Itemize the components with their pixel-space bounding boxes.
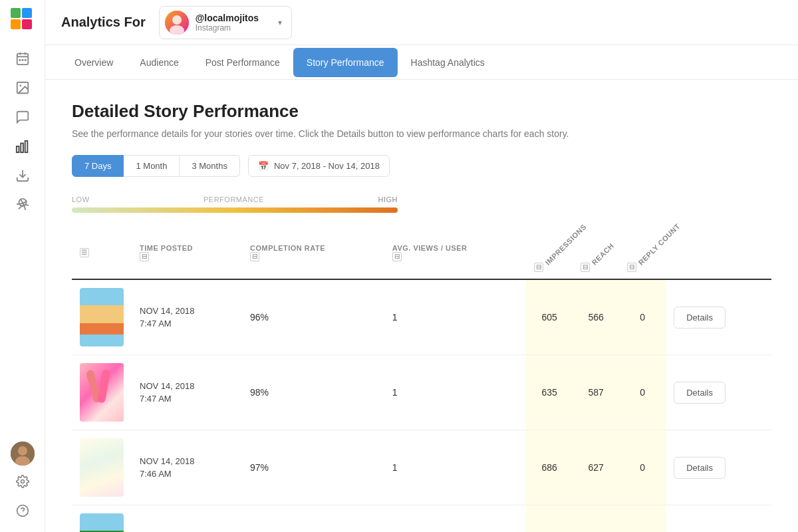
cell-thumbnail	[72, 279, 132, 355]
cell-avg-views: 1	[384, 430, 526, 505]
perf-low-label: LOW	[72, 196, 90, 203]
details-button[interactable]: Details	[674, 382, 726, 404]
sidebar	[0, 0, 45, 532]
svg-rect-6	[24, 59, 26, 61]
sort-icon-completion[interactable]: ⊟	[250, 252, 259, 261]
app-logo[interactable]	[11, 8, 35, 32]
post-date: NOV 14, 2018	[140, 455, 234, 468]
cell-details: Details	[666, 355, 771, 430]
post-time: 7:47 AM	[140, 317, 234, 331]
sort-icon-time[interactable]: ⊟	[140, 252, 149, 261]
sort-icon-thumbnail[interactable]: ☰	[80, 248, 89, 257]
cell-thumbnail	[72, 430, 132, 505]
cell-completion-rate: 98%	[242, 355, 384, 430]
svg-point-15	[18, 446, 27, 456]
details-button[interactable]: Details	[674, 457, 726, 479]
tab-story-performance[interactable]: Story Performance	[293, 48, 398, 77]
sort-icon-reply[interactable]: ⊟	[627, 263, 636, 272]
sidebar-icon-calendar[interactable]	[9, 45, 36, 72]
th-sort: ☰	[72, 226, 132, 279]
svg-rect-5	[21, 59, 23, 61]
th-details	[666, 226, 771, 279]
sidebar-icon-chart[interactable]	[9, 133, 36, 160]
cell-reply-count: 0	[619, 355, 666, 430]
table-row: NOV 14, 2018 7:47 AM 96% 1 605 566 0 Det…	[72, 279, 771, 355]
story-table: ☰ TIME POSTED ⊟ COMPLETION RATE ⊟ AVG. V…	[72, 226, 771, 532]
sidebar-icon-help[interactable]	[9, 497, 36, 524]
sidebar-icon-badge[interactable]	[9, 192, 36, 218]
cell-reach: 587	[573, 355, 619, 430]
account-selector[interactable]: @localmojitos Instagram ▾	[159, 6, 292, 39]
account-avatar	[165, 11, 189, 35]
user-avatar[interactable]	[11, 442, 35, 466]
cell-time-posted: NOV 14, 2018 7:46 AM	[132, 505, 242, 533]
sidebar-icon-download[interactable]	[9, 162, 36, 189]
svg-point-21	[172, 15, 182, 25]
cell-thumbnail	[72, 505, 132, 533]
filter-3months[interactable]: 3 Months	[180, 155, 239, 177]
th-time-posted: TIME POSTED ⊟	[132, 226, 242, 279]
tab-overview[interactable]: Overview	[61, 48, 126, 77]
post-date: NOV 14, 2018	[140, 305, 234, 318]
filter-7days[interactable]: 7 Days	[72, 155, 124, 177]
svg-rect-11	[25, 141, 27, 152]
table-row: NOV 14, 2018 7:46 AM 96% 1 775 677 0 Det…	[72, 505, 771, 533]
cell-time-posted: NOV 14, 2018 7:47 AM	[132, 279, 242, 355]
cell-impressions: 775	[526, 505, 573, 533]
content-area: Detailed Story Performance See the perfo…	[45, 80, 798, 532]
tab-audience[interactable]: Audience	[126, 48, 192, 77]
post-time: 7:47 AM	[140, 392, 234, 406]
cell-completion-rate: 97%	[242, 430, 384, 505]
svg-point-8	[19, 84, 21, 86]
story-thumbnail	[80, 438, 124, 497]
main-content: Analytics For @localmojitos Instagram ▾ …	[45, 0, 798, 532]
cell-details: Details	[666, 505, 771, 533]
page-title: Detailed Story Performance	[72, 101, 771, 122]
tab-hashtag-analytics[interactable]: Hashtag Analytics	[398, 48, 498, 77]
page-subtitle: See the performance details for your sto…	[72, 128, 771, 139]
cell-reply-count: 0	[619, 279, 666, 355]
time-filters: 7 Days 1 Month 3 Months 📅 Nov 7, 2018 - …	[72, 155, 771, 177]
svg-point-17	[21, 480, 24, 483]
performance-bar-section: LOW PERFORMANCE HIGH	[72, 196, 771, 213]
svg-rect-4	[19, 59, 21, 61]
cell-time-posted: NOV 14, 2018 7:47 AM	[132, 355, 242, 430]
table-row: NOV 14, 2018 7:47 AM 98% 1 635 587 0 Det…	[72, 355, 771, 430]
cell-reach: 677	[573, 505, 619, 533]
cell-details: Details	[666, 279, 771, 355]
svg-rect-10	[21, 143, 23, 152]
sort-icon-impressions[interactable]: ⊟	[534, 263, 543, 272]
cell-reply-count: 0	[619, 505, 666, 533]
perf-mid-label: PERFORMANCE	[203, 196, 264, 203]
sidebar-icon-image[interactable]	[9, 74, 36, 101]
cell-reach: 627	[573, 430, 619, 505]
th-avg-views: AVG. VIEWS / USER ⊟	[384, 226, 526, 279]
sort-icon-avgviews[interactable]: ⊟	[392, 252, 402, 261]
table-row: NOV 14, 2018 7:46 AM 97% 1 686 627 0 Det…	[72, 430, 771, 505]
cell-impressions: 635	[526, 355, 573, 430]
cell-reply-count: 0	[619, 430, 666, 505]
th-reply-count: REPLY COUNT ⊟	[619, 226, 666, 279]
date-range-label: Nov 7, 2018 - Nov 14, 2018	[274, 161, 380, 171]
account-info: @localmojitos Instagram	[196, 13, 271, 33]
svg-rect-9	[16, 146, 19, 152]
svg-rect-0	[17, 54, 28, 65]
perf-high-label: HIGH	[378, 196, 398, 203]
account-platform: Instagram	[196, 23, 271, 33]
sidebar-icon-chat[interactable]	[9, 104, 36, 130]
cell-impressions: 686	[526, 430, 573, 505]
details-button[interactable]: Details	[674, 307, 726, 329]
filter-1month[interactable]: 1 Month	[124, 155, 180, 177]
post-date: NOV 14, 2018	[140, 380, 234, 393]
cell-completion-rate: 96%	[242, 279, 384, 355]
cell-thumbnail	[72, 355, 132, 430]
post-date: NOV 14, 2018	[140, 530, 234, 533]
reach-label: REACH	[591, 241, 616, 267]
date-range-picker[interactable]: 📅 Nov 7, 2018 - Nov 14, 2018	[248, 155, 390, 177]
cell-impressions: 605	[526, 279, 573, 355]
cell-completion-rate: 96%	[242, 505, 384, 533]
tab-post-performance[interactable]: Post Performance	[192, 48, 293, 77]
sort-icon-reach[interactable]: ⊟	[581, 263, 590, 272]
sidebar-icon-settings[interactable]	[9, 468, 36, 495]
cell-reach: 566	[573, 279, 619, 355]
